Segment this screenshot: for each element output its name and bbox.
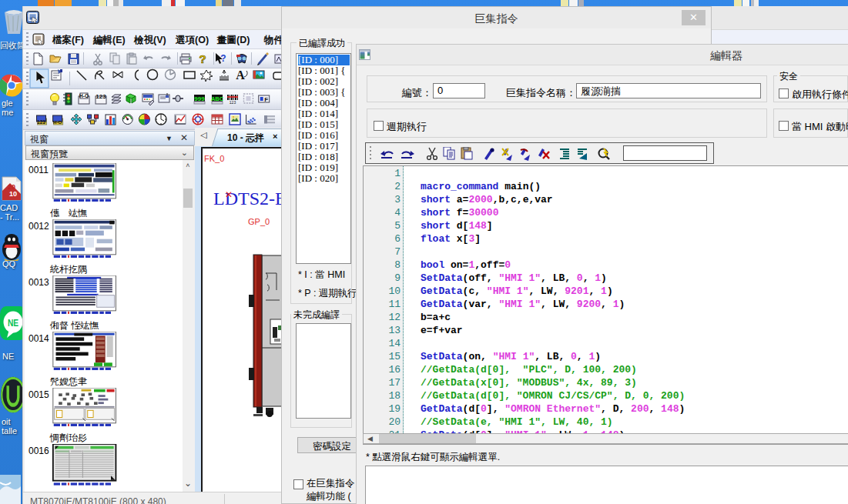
svg-text:ABC: ABC — [211, 95, 224, 102]
svg-text:H-O: H-O — [79, 93, 89, 98]
svg-text:999: 999 — [194, 95, 205, 102]
svg-text:NE: NE — [8, 317, 18, 329]
svg-text:10: 10 — [9, 190, 17, 198]
svg-text:H-O: H-O — [53, 120, 62, 125]
svg-text:?: ? — [220, 53, 226, 64]
svg-text:123: 123 — [230, 100, 236, 105]
svg-text:?: ? — [199, 52, 206, 65]
svg-text:A: A — [236, 68, 245, 82]
svg-text:123: 123 — [96, 93, 106, 100]
svg-text:F: F — [264, 96, 268, 103]
svg-text:123: 123 — [37, 119, 45, 125]
